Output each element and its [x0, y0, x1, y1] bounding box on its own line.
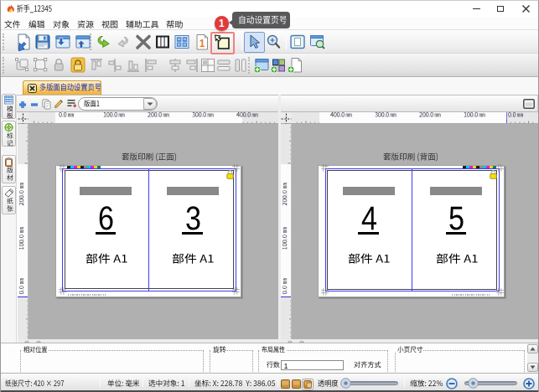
svg-text:1: 1: [200, 38, 205, 49]
